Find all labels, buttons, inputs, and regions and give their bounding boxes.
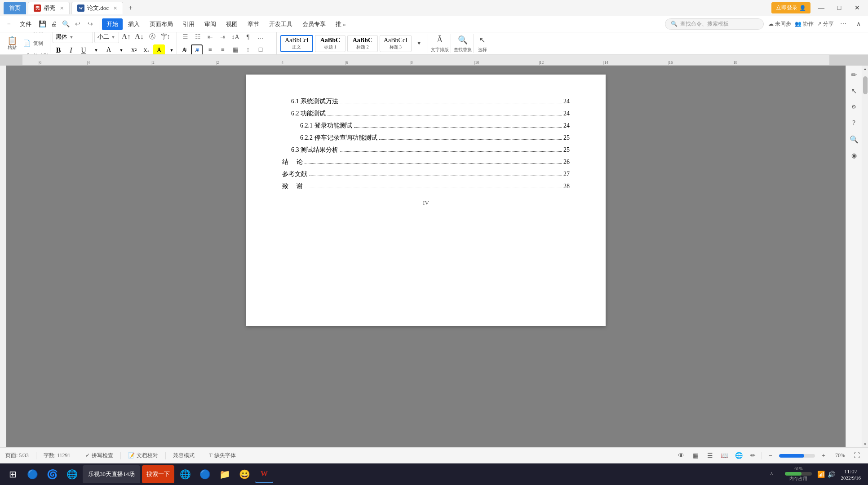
tab-home[interactable]: 首页 — [4, 2, 26, 14]
scroll-thumb[interactable] — [863, 76, 868, 94]
share-button[interactable]: ↗ 分享 — [817, 20, 834, 28]
menu-vip[interactable]: 会员专享 — [298, 18, 330, 30]
right-search-icon[interactable]: 🔍 — [848, 133, 860, 146]
minimize-button[interactable]: — — [814, 2, 828, 14]
highlight-dropdown[interactable]: ▼ — [166, 44, 177, 55]
highlight-button[interactable]: A — [153, 44, 165, 55]
menu-more[interactable]: 推 » — [331, 18, 350, 30]
font-color-button[interactable]: A — [103, 44, 115, 55]
more-options-button[interactable]: ⋯ — [837, 18, 849, 30]
indent-increase-button[interactable]: ⇥ — [217, 32, 229, 43]
redo-icon[interactable]: ↪ — [84, 18, 96, 30]
menu-reference[interactable]: 引用 — [178, 18, 199, 30]
menu-save-icon[interactable]: 💾 — [37, 19, 48, 30]
bold-button[interactable]: B — [53, 44, 64, 55]
wps-tab-close[interactable]: ✕ — [60, 5, 64, 11]
styles-more-button[interactable]: ▼ — [413, 38, 425, 49]
copy-button[interactable]: 📄 — [21, 38, 32, 49]
menu-find-icon[interactable]: 🔍 — [60, 19, 71, 30]
taskbar-folder[interactable]: 📁 — [216, 465, 234, 483]
style-heading1[interactable]: AaBbC 标题 1 — [315, 35, 345, 52]
menu-insert[interactable]: 插入 — [124, 18, 144, 30]
align-center-button[interactable]: ≡ — [192, 44, 204, 55]
sort-button[interactable]: ↕A — [230, 32, 241, 43]
scroll-track[interactable] — [862, 72, 868, 441]
start-button[interactable]: ⊞ — [4, 465, 22, 483]
missing-font[interactable]: T 缺失字体 — [209, 452, 236, 459]
unsync-button[interactable]: ☁ 未同步 — [768, 20, 791, 28]
paragraph-more-button[interactable]: … — [255, 32, 266, 43]
scroll-down-button[interactable]: ▼ — [862, 441, 868, 447]
zoom-out-button[interactable]: − — [765, 450, 776, 462]
collapse-ribbon-button[interactable]: ∧ — [853, 18, 864, 30]
list-unordered-button[interactable]: ☰ — [179, 32, 191, 43]
font-name-selector[interactable]: 黑体 ▼ — [53, 32, 93, 43]
view-book-button[interactable]: 📖 — [718, 450, 730, 462]
border-shading-button[interactable]: □ — [255, 44, 266, 55]
memory-widget[interactable]: 61% 内存占用 — [781, 466, 815, 483]
select-icon[interactable]: ↖ — [477, 34, 488, 46]
close-button[interactable]: ✕ — [850, 2, 864, 14]
underline-dropdown[interactable]: ▼ — [90, 44, 102, 55]
view-eye-button[interactable]: 👁 — [675, 450, 687, 462]
taskbar-edge[interactable]: 🔵 — [196, 465, 214, 483]
tab-doc[interactable]: W 论文.doc ✕ — [71, 2, 123, 14]
menu-chapter[interactable]: 章节 — [243, 18, 264, 30]
right-cursor-icon[interactable]: ↖ — [848, 84, 860, 97]
vertical-scrollbar[interactable]: ▲ ▼ — [862, 66, 868, 447]
taskbar-browser[interactable]: 🌐 — [63, 465, 81, 483]
menu-print-icon[interactable]: 🖨 — [49, 19, 59, 30]
tray-arrow[interactable]: ^ — [767, 470, 776, 479]
fullscreen-button[interactable]: ⛶ — [851, 450, 863, 462]
right-settings-icon[interactable]: ⚙ — [848, 101, 860, 113]
search-bar[interactable]: 🔍 查找命令、搜索模板 — [665, 18, 764, 30]
font-increase-button[interactable]: A↑ — [120, 32, 132, 43]
italic-button[interactable]: I — [65, 44, 77, 55]
list-ordered-button[interactable]: ☷ — [192, 32, 204, 43]
taskbar-wps[interactable]: W — [255, 465, 273, 483]
font-color-dropdown[interactable]: ▼ — [115, 44, 127, 55]
paste-button[interactable]: 📋 粘贴 — [4, 35, 20, 52]
menu-page-layout[interactable]: 页面布局 — [145, 18, 177, 30]
network-icon[interactable]: 📶 — [817, 471, 825, 478]
clock[interactable]: 11:07 2022/9/16 — [837, 468, 864, 481]
taskbar-search[interactable]: 搜索一下 — [142, 465, 174, 483]
doc-check[interactable]: 📝 文档校对 — [128, 452, 158, 459]
undo-icon[interactable]: ↩ — [72, 18, 84, 30]
menu-review[interactable]: 审阅 — [200, 18, 221, 30]
collab-button[interactable]: 👥 协作 — [795, 20, 814, 28]
char-spacing-button[interactable]: 字↕ — [159, 32, 171, 43]
font-size-selector[interactable]: 小二 ▼ — [94, 32, 119, 43]
tab-wps[interactable]: 壳 稻壳 ✕ — [28, 2, 70, 14]
page-area[interactable]: 6.1 系统测试万法 24 6.2 功能测试 24 6.2.1 登录功能测试 2… — [6, 66, 846, 447]
spell-check[interactable]: ✓ 拼写检查 — [85, 452, 113, 459]
underline-button[interactable]: U — [78, 44, 89, 55]
word-count[interactable]: 字数: 11291 — [44, 452, 71, 459]
new-tab-button[interactable]: + — [125, 2, 136, 14]
scroll-up-button[interactable]: ▲ — [862, 66, 868, 72]
style-heading3[interactable]: AaBbCcI 标题 3 — [380, 35, 412, 52]
align-justify-button[interactable]: ≡ — [217, 44, 229, 55]
align-left-button[interactable]: ≡ — [179, 44, 191, 55]
menu-file[interactable]: 文件 — [15, 18, 36, 30]
right-help-icon[interactable]: ? — [848, 117, 860, 129]
superscript-button[interactable]: X² — [128, 44, 140, 55]
view-doc-button[interactable]: ▦ — [690, 450, 701, 462]
view-list-button[interactable]: ☰ — [704, 450, 716, 462]
menu-hamburger-icon[interactable]: ≡ — [4, 19, 14, 30]
zoom-in-button[interactable]: + — [818, 450, 829, 462]
format-brush-button[interactable]: 🖌 — [21, 50, 32, 55]
indent-decrease-button[interactable]: ⇤ — [204, 32, 216, 43]
col-layout-button[interactable]: ▦ — [230, 44, 241, 55]
style-heading2[interactable]: AaBbC 标题 2 — [347, 35, 378, 52]
taskbar-emoji[interactable]: 😀 — [235, 465, 253, 483]
view-edit-button[interactable]: ✏ — [747, 450, 759, 462]
align-right-button[interactable]: ≡ — [204, 44, 216, 55]
font-clear-button[interactable]: Ⓐ — [146, 32, 158, 43]
compat-mode[interactable]: 兼容模式 — [173, 452, 195, 459]
right-target-icon[interactable]: ◉ — [848, 149, 860, 162]
taskbar-app-2[interactable]: 🌀 — [43, 465, 61, 483]
menu-view[interactable]: 视图 — [221, 18, 242, 30]
subscript-button[interactable]: X₂ — [141, 44, 152, 55]
zoom-slider[interactable] — [779, 454, 815, 458]
